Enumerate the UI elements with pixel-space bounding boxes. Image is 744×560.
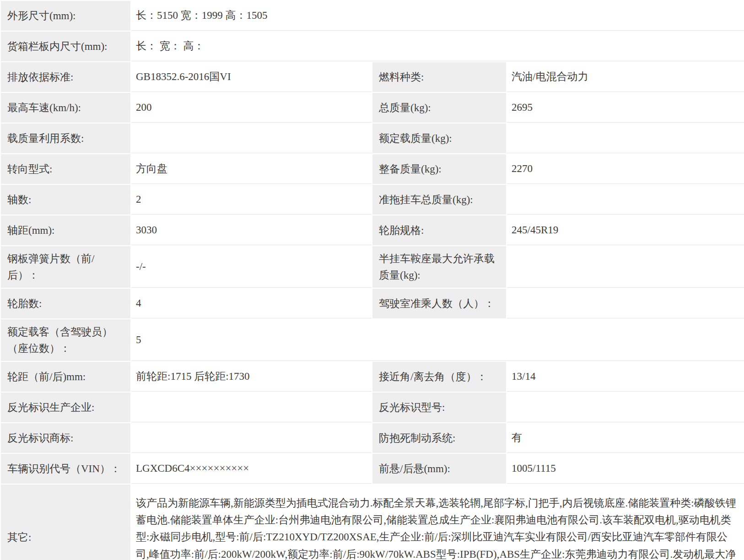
spec-label: 总质量(kg): xyxy=(372,93,506,123)
spec-label: 最高车速(km/h): xyxy=(1,93,130,123)
spec-value: 4 xyxy=(131,289,372,318)
spec-label: 半挂车鞍座最大允许承载质量(kg): xyxy=(372,246,506,288)
row-max-speed-gross-mass: 最高车速(km/h): 200 总质量(kg): 2695 xyxy=(1,93,744,123)
spec-value: -/- xyxy=(131,246,372,288)
spec-value xyxy=(507,124,744,153)
spec-value: 长： 宽： 高： xyxy=(131,32,744,61)
spec-label: 钢板弹簧片数（前/后）： xyxy=(1,246,130,288)
spec-label: 轮胎规格: xyxy=(372,215,506,245)
vehicle-spec-table: 外形尺寸(mm): 长：5150 宽：1999 高：1505 货箱栏板内尺寸(m… xyxy=(0,0,744,560)
row-exterior-dimensions: 外形尺寸(mm): 长：5150 宽：1999 高：1505 xyxy=(1,1,744,31)
spec-label: 驾驶室准乘人数（人）： xyxy=(372,289,506,318)
spec-value: LGXCD6C4×××××××××× xyxy=(131,454,372,484)
spec-value: 5 xyxy=(131,319,744,361)
row-reflective-marking-brand-abs: 反光标识商标: 防抱死制动系统: 有 xyxy=(1,423,744,453)
spec-value xyxy=(131,423,372,453)
row-vin-overhang: 车辆识别代号（VIN）： LGXCD6C4×××××××××× 前悬/后悬(mm… xyxy=(1,454,744,484)
spec-label: 车辆识别代号（VIN）： xyxy=(1,454,130,484)
spec-value: 2 xyxy=(131,185,372,215)
spec-value: 前轮距:1715 后轮距:1730 xyxy=(131,362,372,392)
spec-label: 准拖挂车总质量(kg): xyxy=(372,185,506,215)
spec-value xyxy=(507,393,744,422)
spec-label: 反光标识生产企业: xyxy=(1,393,130,422)
spec-label: 载质量利用系数: xyxy=(1,124,130,153)
spec-label: 轴数: xyxy=(1,185,130,215)
spec-value: 1005/1115 xyxy=(507,454,744,484)
row-cargo-box-dimensions: 货箱栏板内尺寸(mm): 长： 宽： 高： xyxy=(1,32,744,61)
row-reflective-marking-manufacturer-model: 反光标识生产企业: 反光标识型号: xyxy=(1,393,744,422)
spec-value xyxy=(507,289,744,318)
row-emission-standard-fuel-type: 排放依据标准: GB18352.6-2016国VI 燃料种类: 汽油/电混合动力 xyxy=(1,62,744,92)
spec-label: 燃料种类: xyxy=(372,62,506,92)
spec-value: 方向盘 xyxy=(131,154,372,184)
spec-label: 货箱栏板内尺寸(mm): xyxy=(1,32,130,61)
spec-label: 反光标识型号: xyxy=(372,393,506,422)
spec-value: 13/14 xyxy=(507,362,744,392)
row-leaf-springs-saddle-load: 钢板弹簧片数（前/后）： -/- 半挂车鞍座最大允许承载质量(kg): xyxy=(1,246,744,288)
spec-label: 其它: xyxy=(1,485,130,560)
spec-value: 有 xyxy=(507,423,744,453)
spec-value xyxy=(131,393,372,422)
row-steering-curb-mass: 转向型式: 方向盘 整备质量(kg): 2270 xyxy=(1,154,744,184)
spec-value: 200 xyxy=(131,93,372,123)
spec-label: 前悬/后悬(mm): xyxy=(372,454,506,484)
row-axle-count-trailer-mass: 轴数: 2 准拖挂车总质量(kg): xyxy=(1,185,744,215)
spec-label: 轴距(mm): xyxy=(1,215,130,245)
spec-label: 接近角/离去角（度）： xyxy=(372,362,506,392)
spec-value: 245/45R19 xyxy=(507,215,744,245)
spec-label: 外形尺寸(mm): xyxy=(1,1,130,31)
row-rated-passengers: 额定载客（含驾驶员）（座位数）： 5 xyxy=(1,319,744,361)
row-load-factor-rated-load: 载质量利用系数: 额定载质量(kg): xyxy=(1,124,744,153)
spec-value xyxy=(131,124,372,153)
spec-value: 2270 xyxy=(507,154,744,184)
spec-value: 汽油/电混合动力 xyxy=(507,62,744,92)
row-track-width-approach-angle: 轮距（前/后)mm: 前轮距:1715 后轮距:1730 接近角/离去角（度）：… xyxy=(1,362,744,392)
spec-value: 长：5150 宽：1999 高：1505 xyxy=(131,1,744,31)
spec-value: GB18352.6-2016国VI xyxy=(131,62,372,92)
spec-label: 整备质量(kg): xyxy=(372,154,506,184)
spec-value: 3030 xyxy=(131,215,372,245)
row-other-remarks: 其它: 该产品为新能源车辆,新能源类型为插电式混合动力.标配全景天幕,选装轮辋,… xyxy=(1,485,744,560)
spec-label: 防抱死制动系统: xyxy=(372,423,506,453)
spec-label: 轮距（前/后)mm: xyxy=(1,362,130,392)
spec-label: 轮胎数: xyxy=(1,289,130,318)
row-tire-count-cab-passengers: 轮胎数: 4 驾驶室准乘人数（人）： xyxy=(1,289,744,318)
spec-label: 排放依据标准: xyxy=(1,62,130,92)
row-wheelbase-tire-spec: 轴距(mm): 3030 轮胎规格: 245/45R19 xyxy=(1,215,744,245)
spec-label: 转向型式: xyxy=(1,154,130,184)
spec-label: 反光标识商标: xyxy=(1,423,130,453)
spec-value: 2695 xyxy=(507,93,744,123)
spec-value xyxy=(507,185,744,215)
spec-label: 额定载质量(kg): xyxy=(372,124,506,153)
spec-value xyxy=(507,246,744,288)
spec-label: 额定载客（含驾驶员）（座位数）： xyxy=(1,319,130,361)
spec-value-remarks: 该产品为新能源车辆,新能源类型为插电式混合动力.标配全景天幕,选装轮辋,尾部字标… xyxy=(131,485,744,560)
